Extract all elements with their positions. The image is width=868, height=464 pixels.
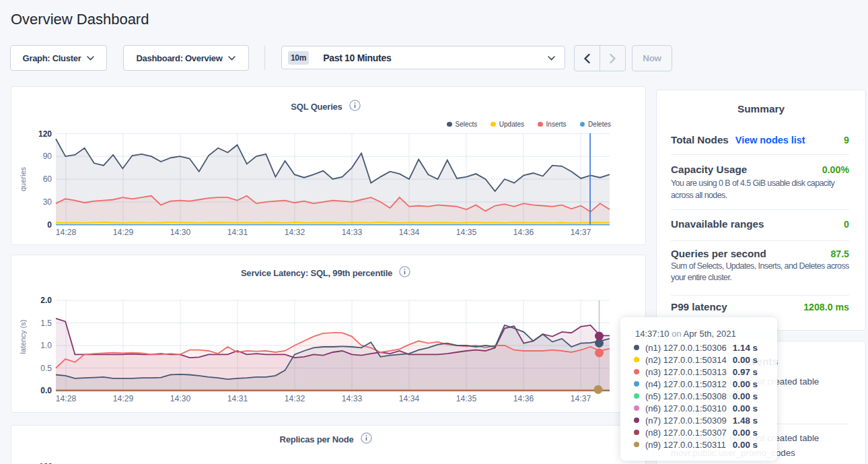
svg-text:14:32: 14:32 [285,228,305,237]
svg-text:14:32: 14:32 [285,394,305,403]
svg-text:14:33: 14:33 [342,228,363,237]
svg-text:14:37: 14:37 [571,228,591,237]
svg-text:14:33: 14:33 [342,394,363,403]
svg-text:0: 0 [47,220,52,230]
svg-text:14:36: 14:36 [513,394,534,403]
svg-text:latency (s): latency (s) [19,320,27,354]
svg-text:14:37: 14:37 [571,394,591,403]
svg-text:120: 120 [38,129,52,139]
svg-text:14:35: 14:35 [456,228,477,237]
svg-text:14:34: 14:34 [399,394,420,403]
svg-text:14:29: 14:29 [113,394,134,403]
svg-text:0.5: 0.5 [40,364,52,373]
svg-text:1.0: 1.0 [40,341,52,350]
svg-text:14:28: 14:28 [56,394,77,403]
svg-text:30: 30 [43,197,52,207]
svg-text:90: 90 [43,152,52,161]
svg-text:14:35: 14:35 [456,394,477,403]
svg-text:14:29: 14:29 [113,228,134,237]
svg-text:2.0: 2.0 [40,296,52,305]
svg-text:60: 60 [43,174,52,184]
svg-text:queries: queries [19,166,27,191]
svg-text:14:30: 14:30 [170,228,191,237]
svg-text:14:34: 14:34 [399,228,420,237]
svg-text:1.5: 1.5 [40,319,52,328]
svg-text:14:31: 14:31 [227,394,248,403]
svg-text:14:31: 14:31 [227,228,248,237]
svg-text:14:30: 14:30 [170,394,191,403]
svg-text:0.0: 0.0 [40,386,52,395]
svg-text:14:36: 14:36 [513,228,534,237]
svg-text:14:28: 14:28 [56,228,77,237]
